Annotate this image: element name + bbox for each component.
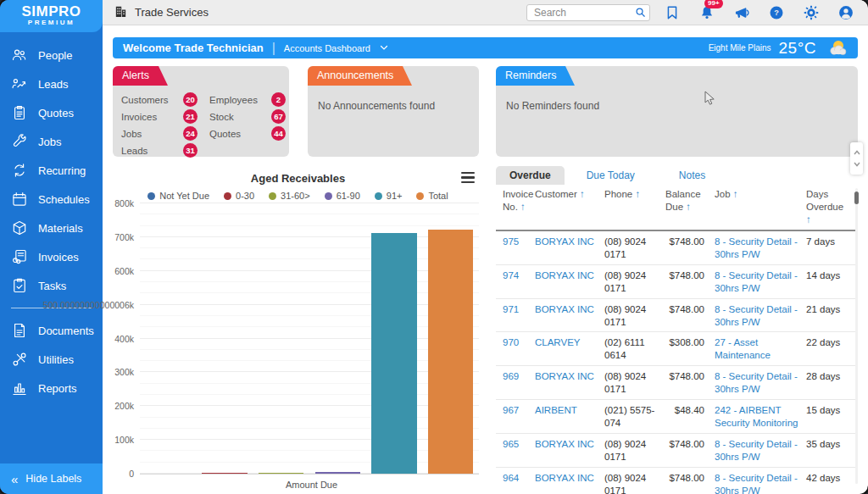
job-link[interactable]: 8 - Security Detail - 30hrs P/W xyxy=(715,472,806,494)
help-icon[interactable]: ? xyxy=(768,4,785,21)
chart-legend: Not Yet Due0-3031-60>61-9091+Total xyxy=(113,191,483,201)
dashboard-selector[interactable]: Accounts Dashboard xyxy=(284,42,389,54)
tab-overdue[interactable]: Overdue xyxy=(496,166,565,185)
table-scrollbar[interactable] xyxy=(855,188,858,484)
alert-count-badge[interactable]: 31 xyxy=(183,143,198,158)
sidebar-item-invoices[interactable]: Invoices xyxy=(0,242,103,271)
column-header-phone[interactable]: Phone ↑ xyxy=(604,188,665,226)
table-scrollbar-thumb[interactable] xyxy=(854,191,859,204)
legend-item-total[interactable]: Total xyxy=(416,191,448,201)
column-header-days-overdue[interactable]: Days Overdue ↑ xyxy=(806,188,851,226)
sidebar-item-materials[interactable]: Materials xyxy=(0,214,103,242)
brand-tier: PREMIUM xyxy=(0,19,103,26)
days-overdue-cell: 42 days xyxy=(806,472,851,494)
legend-dot-icon xyxy=(269,192,276,200)
bookmark-icon[interactable] xyxy=(664,4,681,21)
invoice-number-link[interactable]: 967 xyxy=(503,404,535,430)
legend-item-31-60[interactable]: 31-60> xyxy=(269,191,310,201)
sidebar-item-tasks[interactable]: Tasks xyxy=(0,271,103,300)
y-axis-tick: 700k xyxy=(114,232,134,242)
chart-menu-icon[interactable] xyxy=(461,172,475,183)
balance-due-cell: $748.00 xyxy=(665,303,715,329)
customer-link[interactable]: BORYAX INC xyxy=(535,438,604,463)
customer-link[interactable]: BORYAX INC xyxy=(535,303,604,329)
invoice-number-link[interactable]: 974 xyxy=(503,269,535,295)
sidebar-item-label: Quotes xyxy=(38,107,74,119)
job-link[interactable]: 27 - Asset Maintenance xyxy=(715,336,806,362)
settings-gear-icon[interactable] xyxy=(803,4,820,21)
separator: | xyxy=(272,41,275,56)
job-link[interactable]: 8 - Security Detail - 30hrs P/W xyxy=(715,438,806,463)
bar-0-30[interactable] xyxy=(202,473,247,475)
customer-link[interactable]: BORYAX INC xyxy=(535,472,604,494)
hide-labels-button[interactable]: « Hide Labels xyxy=(0,463,103,494)
job-link[interactable]: 8 - Security Detail - 30hrs P/W xyxy=(715,236,806,261)
search-input[interactable] xyxy=(526,4,650,21)
job-link[interactable]: 8 - Security Detail - 30hrs P/W xyxy=(715,303,806,329)
alert-count-badge[interactable]: 24 xyxy=(183,126,198,141)
customer-link[interactable]: AIRBENT xyxy=(535,404,604,430)
sidebar-item-label: Reports xyxy=(38,382,77,395)
tab-due-today[interactable]: Due Today xyxy=(565,166,657,185)
sidebar-item-people[interactable]: People xyxy=(0,41,103,69)
column-header-balance-due[interactable]: Balance Due ↑ xyxy=(665,188,715,226)
days-overdue-cell: 7 days xyxy=(806,236,851,261)
sidebar-item-reports[interactable]: Reports xyxy=(0,374,103,402)
bar-61-90[interactable] xyxy=(315,472,360,474)
table-row: 970CLARVEY(02) 6111 0614$308.0027 - Asse… xyxy=(496,332,858,366)
sidebar-item-leads[interactable]: Leads xyxy=(0,69,103,98)
job-link[interactable]: 8 - Security Detail - 30hrs P/W xyxy=(715,370,806,396)
brand-logo[interactable]: SIMPRO PREMIUM xyxy=(0,0,103,32)
sort-ascending-icon: ↑ xyxy=(580,189,585,199)
bar-total[interactable] xyxy=(428,230,473,474)
alert-item-employees: Employees2 xyxy=(209,92,286,107)
bar-31-60[interactable] xyxy=(259,473,303,475)
jobs-icon xyxy=(11,133,28,150)
topbar: Trade Services 99+ ? xyxy=(103,0,868,25)
weather-temperature: 25°C xyxy=(779,39,816,58)
invoice-number-link[interactable]: 965 xyxy=(503,438,535,463)
sidebar: SIMPRO PREMIUM PeopleLeadsQuotesJobsRecu… xyxy=(0,0,103,494)
customer-link[interactable]: CLARVEY xyxy=(535,336,604,362)
legend-item-91[interactable]: 91+ xyxy=(375,191,403,201)
tab-notes[interactable]: Notes xyxy=(657,166,727,185)
sidebar-item-recurring[interactable]: Recurring xyxy=(0,156,103,185)
sidebar-item-documents[interactable]: Documents xyxy=(0,316,103,345)
legend-item-61-90[interactable]: 61-90 xyxy=(325,191,360,201)
balance-due-cell: $748.00 xyxy=(665,269,715,295)
column-header-customer[interactable]: Customer ↑ xyxy=(535,188,604,226)
bar-91[interactable] xyxy=(371,233,416,474)
sidebar-item-schedules[interactable]: Schedules xyxy=(0,185,103,214)
table-body: 975BORYAX INC(08) 9024 0171$748.008 - Se… xyxy=(496,231,858,494)
sidebar-item-utilities[interactable]: Utilities xyxy=(0,345,103,374)
legend-item-not-yet-due[interactable]: Not Yet Due xyxy=(147,191,209,201)
legend-item-0-30[interactable]: 0-30 xyxy=(224,191,254,201)
search-icon[interactable] xyxy=(634,6,647,19)
sidebar-item-jobs[interactable]: Jobs xyxy=(0,127,103,156)
invoice-number-link[interactable]: 975 xyxy=(503,236,535,261)
column-header-invoice-no[interactable]: Invoice No. ↑ xyxy=(503,188,535,226)
alert-count-badge[interactable]: 44 xyxy=(271,126,286,141)
announcements-megaphone-icon[interactable] xyxy=(733,4,750,21)
invoice-number-link[interactable]: 970 xyxy=(503,336,535,362)
balance-due-cell: $748.00 xyxy=(665,370,715,396)
invoice-number-link[interactable]: 969 xyxy=(503,370,535,396)
invoice-number-link[interactable]: 964 xyxy=(503,472,535,494)
customer-link[interactable]: BORYAX INC xyxy=(535,236,604,261)
profile-avatar-icon[interactable] xyxy=(837,4,854,21)
alert-count-badge[interactable]: 67 xyxy=(271,109,286,124)
sidebar-item-quotes[interactable]: Quotes xyxy=(0,98,103,127)
column-header-job[interactable]: Job ↑ xyxy=(715,188,806,226)
notifications-bell-icon[interactable]: 99+ xyxy=(698,4,715,21)
customer-link[interactable]: BORYAX INC xyxy=(535,269,604,295)
company-selector[interactable]: Trade Services xyxy=(103,4,209,21)
job-link[interactable]: 242 - AIRBENT Security Monitoring xyxy=(715,404,806,430)
invoice-number-link[interactable]: 971 xyxy=(503,303,535,329)
alert-count-badge[interactable]: 2 xyxy=(271,92,286,107)
customer-link[interactable]: BORYAX INC xyxy=(535,370,604,396)
alert-count-badge[interactable]: 20 xyxy=(183,92,198,107)
alert-count-badge[interactable]: 21 xyxy=(183,109,198,124)
scroll-widget[interactable] xyxy=(850,142,863,175)
job-link[interactable]: 8 - Security Detail - 30hrs P/W xyxy=(715,269,806,295)
gridline xyxy=(140,225,479,226)
